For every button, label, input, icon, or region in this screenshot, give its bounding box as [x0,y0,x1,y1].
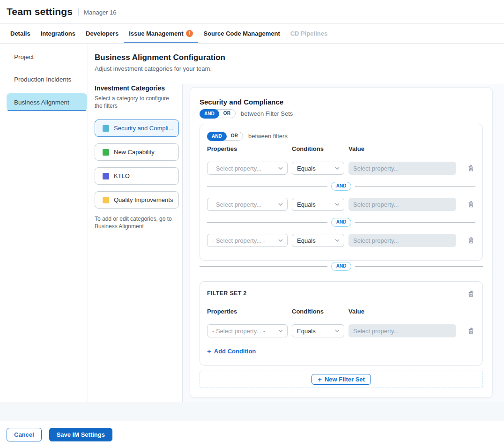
delete-condition-button[interactable] [467,326,475,336]
title-separator: | [77,7,79,16]
value-input[interactable] [348,234,456,247]
and-connector-pill: AND [331,262,352,271]
properties-column-header: Properties [207,308,292,315]
property-select[interactable]: - Select property... - [207,234,288,247]
settings-sidebar: Project Production Incidents Business Al… [0,44,88,402]
and-connector: AND [207,218,475,227]
category-security-and-compliance[interactable]: Security and Compli... [95,119,179,137]
categories-hint: Select a category to configure the filte… [95,95,175,110]
chevron-down-icon [278,329,283,332]
tab-issue-management[interactable]: Issue Management ! [124,24,198,43]
plus-icon: + [318,376,322,382]
trash-icon [467,201,474,208]
category-color-swatch [103,197,109,203]
chevron-down-icon [335,329,340,332]
value-column-header: Value [348,308,456,315]
plus-icon: + [207,348,211,354]
sidebar-item-business-alignment[interactable]: Business Alignment [7,93,87,111]
chevron-down-icon [335,203,340,206]
conditions-column-header: Conditions [292,145,348,152]
category-ktlo[interactable]: KTLO [95,167,179,185]
tab-integrations[interactable]: Integrations [36,24,81,43]
add-condition-button[interactable]: + Add Condition [207,348,256,355]
trash-icon [467,164,474,172]
page-header: Team settings | Manager 16 [0,0,504,24]
filter-set-1: AND OR between filters Properties Condit… [200,124,483,261]
tab-source-code-management[interactable]: Source Code Management [198,24,285,43]
alert-badge-icon: ! [186,30,193,37]
filter-config-card: Security and Compliance AND OR between F… [190,87,493,398]
condition-select[interactable]: Equals [292,324,344,337]
and-option[interactable]: AND [207,132,227,141]
property-select[interactable]: - Select property... - [207,324,288,337]
and-connector: AND [207,182,475,191]
or-option[interactable]: OR [219,109,235,118]
categories-heading: Investment Categories [95,84,182,92]
tab-developers[interactable]: Developers [81,24,124,43]
delete-filter-set-button[interactable] [467,289,475,299]
trash-icon [467,237,474,244]
filter-condition-row: - Select property... - Equals [207,198,475,211]
category-quality-improvements[interactable]: Quality Improvements [95,191,179,209]
sidebar-item-project[interactable]: Project [7,45,87,68]
page-title: Team settings [7,6,73,17]
category-new-capability[interactable]: New Capability [95,143,179,161]
filters-and-or-toggle[interactable]: AND OR [207,132,243,141]
categories-list: Security and Compli... New Capability KT… [95,119,182,209]
value-input[interactable] [348,198,456,211]
categories-footnote: To add or edit categories, go to Busines… [95,215,177,230]
save-im-settings-button[interactable]: Save IM Settings [49,428,112,441]
filter-set-2-title: FILTER SET 2 [207,289,247,297]
filter-config-area: Security and Compliance AND OR between F… [183,84,504,402]
tab-details[interactable]: Details [5,24,36,43]
and-connector-pill: AND [331,218,352,227]
condition-select[interactable]: Equals [292,198,344,211]
content-area: Project Production Incidents Business Al… [0,44,504,402]
value-column-header: Value [348,145,456,152]
new-filter-set-button[interactable]: + New Filter Set [311,374,371,385]
trash-icon [467,290,474,298]
property-select[interactable]: - Select property... - [207,162,288,175]
condition-select[interactable]: Equals [292,162,344,175]
sidebar-item-production-incidents[interactable]: Production Incidents [7,68,87,90]
category-color-swatch [103,173,109,179]
team-name: Manager 16 [84,7,116,16]
value-input[interactable] [348,162,456,175]
filter-condition-row: - Select property... - Equals [207,234,475,247]
filter-set-2: FILTER SET 2 Properties Conditions Value [200,281,483,366]
delete-condition-button[interactable] [467,236,475,245]
chevron-down-icon [278,167,283,170]
filter-sets-and-or-toggle[interactable]: AND OR [200,109,236,118]
or-option[interactable]: OR [226,132,243,141]
config-title: Business Alignment Configuration [95,53,504,62]
category-color-swatch [103,149,109,156]
column-headers: Properties Conditions Value [207,308,475,315]
bottom-strip [0,402,504,421]
delete-condition-button[interactable] [467,164,475,173]
cancel-button[interactable]: Cancel [7,428,42,441]
and-option[interactable]: AND [200,109,219,119]
tab-cd-pipelines: CD Pipelines [285,24,333,43]
config-subtitle: Adjust investment categories for your te… [95,65,504,72]
chevron-down-icon [335,167,340,170]
chevron-down-icon [278,203,283,206]
chevron-down-icon [335,239,340,242]
filter-condition-row: - Select property... - Equals [207,324,475,337]
condition-select[interactable]: Equals [292,234,344,247]
delete-condition-button[interactable] [467,200,475,209]
properties-column-header: Properties [207,145,292,152]
value-input[interactable] [348,324,456,337]
toggle-suffix-label: between filters [248,133,288,140]
trash-icon [467,327,474,335]
property-select[interactable]: - Select property... - [207,198,288,211]
toggle-suffix-label: between Filter Sets [241,110,293,117]
main-area: Business Alignment Configuration Adjust … [88,44,504,402]
selected-category-title: Security and Compliance [200,98,483,106]
config-header: Business Alignment Configuration Adjust … [88,44,504,84]
filter-set-and-connector: AND [200,262,483,271]
category-color-swatch [103,125,109,132]
filter-condition-row: - Select property... - Equals [207,162,475,175]
conditions-column-header: Conditions [292,308,348,315]
action-footer: Cancel Save IM Settings [0,421,504,448]
column-headers: Properties Conditions Value [207,145,475,152]
